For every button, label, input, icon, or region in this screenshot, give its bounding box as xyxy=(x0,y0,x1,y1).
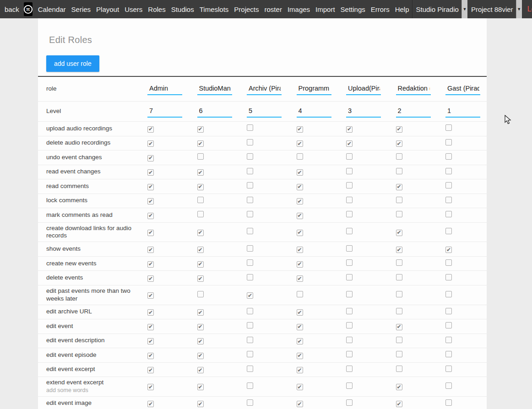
permission-checkbox-1[interactable] xyxy=(147,155,154,161)
level-input-2[interactable] xyxy=(197,106,232,118)
permission-checkbox-6[interactable] xyxy=(396,211,402,217)
level-input-6[interactable] xyxy=(396,106,431,118)
permission-checkbox-6[interactable] xyxy=(396,274,402,280)
permission-checkbox-2[interactable] xyxy=(197,153,204,160)
permission-checkbox-2[interactable] xyxy=(197,367,204,373)
permission-checkbox-3[interactable] xyxy=(247,168,253,174)
permission-checkbox-1[interactable] xyxy=(147,338,154,344)
permission-checkbox-7[interactable] xyxy=(445,228,452,234)
nav-item-images[interactable]: Images xyxy=(285,0,313,18)
permission-checkbox-7[interactable] xyxy=(445,291,452,297)
permission-checkbox-5[interactable] xyxy=(346,337,353,343)
permission-checkbox-7[interactable] xyxy=(445,337,452,343)
nav-item-playout[interactable]: Playout xyxy=(93,0,122,18)
permission-checkbox-1[interactable] xyxy=(147,309,154,316)
permission-checkbox-1[interactable] xyxy=(147,140,154,147)
permission-checkbox-4[interactable] xyxy=(297,353,303,359)
permission-checkbox-3[interactable] xyxy=(247,153,253,160)
permission-checkbox-1[interactable] xyxy=(147,353,154,359)
permission-checkbox-3[interactable] xyxy=(247,259,253,266)
permission-checkbox-5[interactable] xyxy=(346,168,353,174)
permission-checkbox-3[interactable] xyxy=(247,197,253,203)
permission-checkbox-7[interactable] xyxy=(445,351,452,357)
permission-checkbox-5[interactable] xyxy=(346,291,353,297)
permission-checkbox-4[interactable] xyxy=(297,247,303,253)
permission-checkbox-5[interactable] xyxy=(346,211,353,217)
permission-checkbox-7[interactable] xyxy=(445,322,452,328)
permission-checkbox-7[interactable] xyxy=(445,124,452,131)
permission-checkbox-4[interactable] xyxy=(297,309,303,316)
permission-checkbox-3[interactable] xyxy=(247,308,253,314)
level-input-7[interactable] xyxy=(445,106,480,118)
permission-checkbox-2[interactable] xyxy=(197,275,204,282)
permission-checkbox-7[interactable] xyxy=(445,274,452,280)
nav-item-series[interactable]: Series xyxy=(69,0,94,18)
permission-checkbox-2[interactable] xyxy=(197,401,204,407)
nav-item-errors[interactable]: Errors xyxy=(368,0,392,18)
permission-checkbox-3[interactable] xyxy=(247,351,253,357)
role-name-input-6[interactable] xyxy=(396,83,431,95)
permission-checkbox-4[interactable] xyxy=(297,140,303,147)
logout-link[interactable]: Logout xyxy=(522,0,532,18)
permission-checkbox-3[interactable] xyxy=(247,322,253,328)
nav-item-import[interactable]: Import xyxy=(313,0,338,18)
permission-checkbox-7[interactable] xyxy=(445,308,452,314)
permission-checkbox-3[interactable] xyxy=(247,366,253,372)
permission-checkbox-6[interactable] xyxy=(396,366,402,372)
permission-checkbox-2[interactable] xyxy=(197,169,204,176)
permission-checkbox-3[interactable] xyxy=(247,182,253,188)
permission-checkbox-1[interactable] xyxy=(147,401,154,407)
permission-checkbox-4[interactable] xyxy=(297,384,303,390)
permission-checkbox-3[interactable] xyxy=(247,292,253,299)
permission-checkbox-7[interactable] xyxy=(445,382,452,389)
permission-checkbox-2[interactable] xyxy=(197,338,204,344)
permission-checkbox-7[interactable] xyxy=(445,247,452,253)
permission-checkbox-2[interactable] xyxy=(197,126,204,133)
permission-checkbox-6[interactable] xyxy=(396,247,402,253)
studio-select[interactable]: Studio Piradio xyxy=(413,0,461,18)
permission-checkbox-7[interactable] xyxy=(445,259,452,266)
permission-checkbox-5[interactable] xyxy=(346,274,353,280)
permission-checkbox-4[interactable] xyxy=(297,261,303,268)
permission-checkbox-2[interactable] xyxy=(197,230,204,236)
permission-checkbox-5[interactable] xyxy=(346,308,353,314)
permission-checkbox-1[interactable] xyxy=(147,261,154,268)
role-name-input-7[interactable] xyxy=(445,83,480,95)
nav-item-studios[interactable]: Studios xyxy=(168,0,197,18)
permission-checkbox-6[interactable] xyxy=(396,308,402,314)
permission-checkbox-4[interactable] xyxy=(297,275,303,282)
permission-checkbox-5[interactable] xyxy=(346,399,353,406)
permission-checkbox-6[interactable] xyxy=(396,259,402,266)
role-name-input-5[interactable] xyxy=(346,83,381,95)
permission-checkbox-6[interactable] xyxy=(396,230,402,236)
permission-checkbox-4[interactable] xyxy=(297,126,303,133)
permission-checkbox-1[interactable] xyxy=(147,384,154,390)
permission-checkbox-2[interactable] xyxy=(197,353,204,359)
permission-checkbox-2[interactable] xyxy=(197,197,204,203)
permission-checkbox-6[interactable] xyxy=(396,337,402,343)
level-input-1[interactable] xyxy=(147,106,182,118)
role-name-input-3[interactable] xyxy=(247,83,282,95)
permission-checkbox-2[interactable] xyxy=(197,140,204,147)
permission-checkbox-1[interactable] xyxy=(147,126,154,133)
permission-checkbox-1[interactable] xyxy=(147,169,154,176)
permission-checkbox-2[interactable] xyxy=(197,261,204,268)
permission-checkbox-1[interactable] xyxy=(147,213,154,219)
permission-checkbox-4[interactable] xyxy=(297,198,303,204)
permission-checkbox-7[interactable] xyxy=(445,153,452,160)
permission-checkbox-1[interactable] xyxy=(147,198,154,204)
permission-checkbox-3[interactable] xyxy=(247,139,253,145)
nav-item-calendar[interactable]: Calendar xyxy=(35,0,69,18)
permission-checkbox-2[interactable] xyxy=(197,309,204,316)
level-input-5[interactable] xyxy=(346,106,381,118)
permission-checkbox-5[interactable] xyxy=(346,322,353,328)
permission-checkbox-5[interactable] xyxy=(346,351,353,357)
permission-checkbox-2[interactable] xyxy=(197,291,204,297)
permission-checkbox-6[interactable] xyxy=(396,168,402,174)
permission-checkbox-6[interactable] xyxy=(396,324,402,330)
permission-checkbox-4[interactable] xyxy=(297,338,303,344)
permission-checkbox-6[interactable] xyxy=(396,126,402,133)
permission-checkbox-1[interactable] xyxy=(147,275,154,282)
permission-checkbox-5[interactable] xyxy=(346,140,353,147)
permission-checkbox-4[interactable] xyxy=(297,401,303,407)
